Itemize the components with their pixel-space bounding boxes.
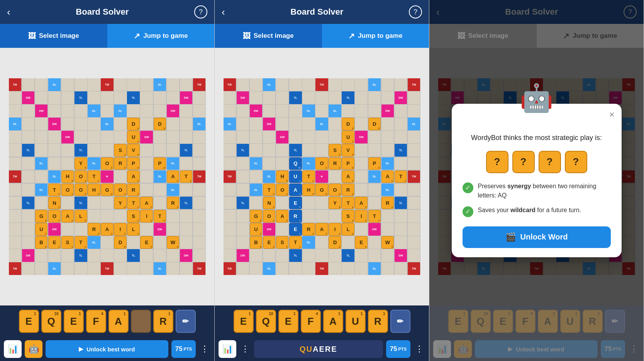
cell-0-10	[140, 78, 153, 91]
cell-2-9	[127, 105, 140, 117]
cell-6-5: Q10	[289, 157, 302, 170]
cell-8-0	[224, 184, 236, 196]
image-icon-1: 🖼	[28, 32, 36, 40]
help-button-2[interactable]: ?	[409, 5, 422, 19]
cell-8-6: H4	[88, 184, 100, 196]
cell-11-1	[22, 223, 35, 236]
cell-2-4	[61, 105, 74, 117]
cell-4-13	[395, 131, 407, 143]
cell-14-10	[355, 262, 368, 275]
cell-12-2: B3	[250, 236, 263, 249]
stats-btn-1[interactable]: 📊	[4, 340, 22, 358]
cell-7-2	[35, 170, 48, 183]
cell-0-4	[61, 78, 74, 91]
cell-1-14	[408, 91, 420, 104]
help-button-1[interactable]: ?	[194, 5, 207, 19]
cell-0-5	[289, 78, 302, 91]
bottom-bar-1: 📊 🤖 ▶ Unlock best word 75 PTS ⋮	[0, 337, 214, 361]
cell-1-1: DW	[237, 91, 249, 104]
cell-0-1	[237, 78, 249, 91]
jump-to-game-btn-2[interactable]: ↗ Jump to game	[322, 24, 429, 48]
cell-1-12	[381, 91, 394, 104]
modal-unlock-word-btn[interactable]: 🎬 Unlock Word	[463, 226, 611, 248]
tile-rack-1: 1E 10Q 1E 4F 1A 1R ✏	[0, 305, 214, 337]
cell-11-6: R1	[88, 223, 100, 236]
jump-to-game-btn-1[interactable]: ↗ Jump to game	[107, 24, 215, 48]
cell-3-12	[167, 118, 180, 130]
cell-10-10: I1	[355, 210, 368, 223]
wordybot-modal: 🤖 × WordyBot thinks the most strategic p…	[452, 104, 622, 257]
cell-9-3: N1	[48, 197, 61, 209]
cell-8-7: G2	[315, 184, 328, 196]
edit-rack-btn-2[interactable]: ✏	[390, 310, 410, 333]
cell-4-11	[368, 131, 381, 143]
cell-13-12	[381, 249, 394, 262]
title-2: Board Solver	[290, 7, 343, 17]
modal-overlay: 🤖 × WordyBot thinks the most strategic p…	[429, 0, 644, 361]
cell-3-7: DL	[315, 118, 328, 130]
cell-10-8	[329, 210, 341, 223]
modal-bullet-text-1: Preserves synergy between two remaining …	[478, 182, 611, 200]
cell-14-8	[329, 262, 341, 275]
jump-icon-2: ↗	[348, 31, 355, 40]
modal-tile-1: ?	[486, 151, 508, 173]
cell-5-7	[315, 144, 328, 157]
cell-7-14: TW	[408, 170, 420, 183]
cell-7-8	[329, 170, 341, 183]
cell-2-2: DW	[250, 105, 263, 117]
cell-0-7: TW	[315, 78, 328, 91]
cell-0-10	[355, 78, 368, 91]
select-image-btn-2[interactable]: 🖼 Select image	[215, 24, 322, 48]
cell-11-4	[61, 223, 74, 236]
unlock-btn-1[interactable]: ▶ Unlock best word	[46, 340, 168, 358]
cell-10-13	[395, 210, 407, 223]
cell-10-11: T1	[154, 210, 166, 223]
robot-btn-1[interactable]: 🤖	[25, 340, 42, 358]
quaere-qu: QU	[300, 345, 313, 354]
modal-close-btn[interactable]: ×	[609, 109, 614, 120]
cell-1-7	[101, 91, 114, 104]
back-button-1[interactable]: ‹	[7, 6, 10, 18]
cell-8-10	[140, 184, 153, 196]
cell-8-12: DL	[167, 184, 180, 196]
cell-0-8	[114, 78, 127, 91]
cell-7-11: DL	[154, 170, 166, 183]
cell-7-10	[140, 170, 153, 183]
cell-4-10: DW	[355, 131, 368, 143]
more-btn-2[interactable]: ⋮	[414, 344, 425, 354]
cell-5-4	[276, 144, 289, 157]
modal-bullet-1: ✓ Preserves synergy between two remainin…	[463, 182, 611, 200]
cell-4-6	[302, 131, 315, 143]
cell-13-5: TL	[75, 249, 87, 262]
cell-6-4	[61, 157, 74, 170]
more-btn-1[interactable]: ⋮	[199, 344, 210, 354]
pts-display-1: 75 PTS	[171, 340, 196, 358]
cell-9-14	[408, 197, 420, 209]
cell-1-13: DW	[395, 91, 407, 104]
select-image-btn-1[interactable]: 🖼 Select image	[0, 24, 107, 48]
cell-7-4: H4	[276, 170, 289, 183]
edit-rack-btn-1[interactable]: ✏	[176, 310, 196, 333]
cell-14-7: TW	[315, 262, 328, 275]
cell-10-6	[302, 210, 315, 223]
cell-0-8	[329, 78, 341, 91]
back-button-2[interactable]: ‹	[222, 6, 225, 18]
cell-13-14	[408, 249, 420, 262]
cell-0-12	[381, 78, 394, 91]
cell-5-11	[154, 144, 166, 157]
cell-6-11: P3	[368, 157, 381, 170]
cell-12-9	[342, 236, 354, 249]
cell-1-10	[140, 91, 153, 104]
rack-tile-E3: 1E	[234, 310, 254, 333]
cell-10-6	[88, 210, 100, 223]
cell-11-14	[193, 223, 206, 236]
cell-10-12	[167, 210, 180, 223]
stats-btn-2[interactable]: 📊	[219, 340, 236, 358]
cell-11-3: DW	[263, 223, 276, 236]
cell-0-0: TW	[224, 78, 236, 91]
more-btn-2b[interactable]: ⋮	[239, 344, 251, 354]
cell-0-5	[75, 78, 87, 91]
cell-13-10	[140, 249, 153, 262]
cell-3-10	[140, 118, 153, 130]
cell-14-2	[35, 262, 48, 275]
